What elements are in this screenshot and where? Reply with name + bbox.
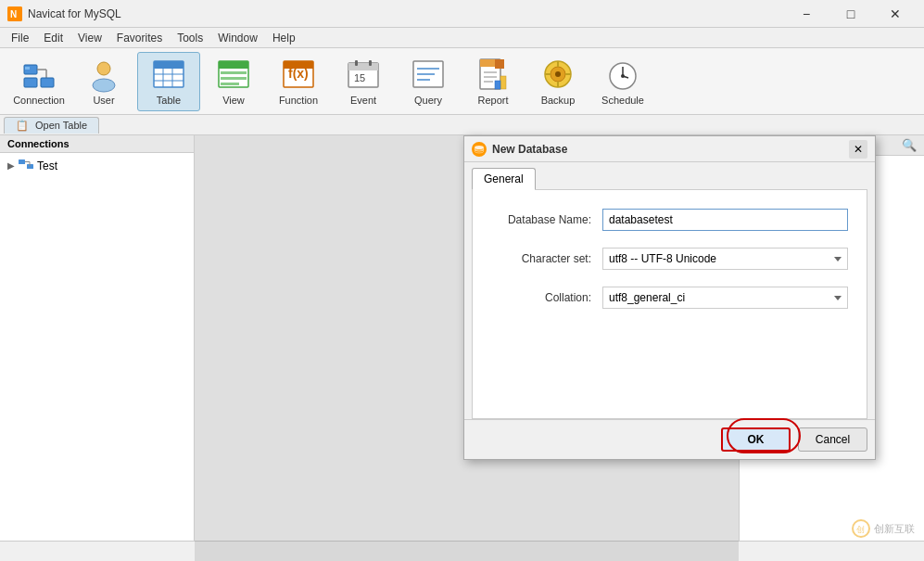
sidebar-header: Connections (0, 135, 194, 153)
svg-rect-28 (369, 60, 372, 66)
svg-text:创: 创 (856, 525, 865, 534)
connection-icon (22, 57, 56, 91)
modal-close-button[interactable]: ✕ (849, 140, 867, 159)
ok-button[interactable]: OK (721, 427, 791, 452)
form-row-charset: Character set: utf8 -- UTF-8 Unicode lat… (491, 248, 848, 270)
toolbar-function-label: Function (279, 95, 318, 106)
collation-select[interactable]: utf8_general_ci utf8_bin utf8_unicode_ci (602, 287, 848, 309)
svg-rect-18 (219, 61, 248, 69)
modal-body: Database Name: Character set: utf8 -- UT… (472, 189, 867, 419)
svg-point-52 (621, 74, 625, 78)
svg-rect-20 (221, 77, 247, 80)
charset-select[interactable]: utf8 -- UTF-8 Unicode latin1 utf16 (602, 248, 848, 270)
charset-label: Character set: (491, 252, 602, 265)
svg-rect-41 (495, 81, 500, 89)
watermark: 创 创新互联 (852, 519, 915, 538)
table-small-icon: 📋 (16, 120, 29, 131)
toolbar-schedule-label: Schedule (601, 95, 644, 106)
modal-tabs: General (464, 162, 875, 189)
toolbar-event[interactable]: 15 Event (332, 52, 395, 111)
modal-overlay: New Database ✕ General Data (195, 135, 739, 561)
menu-help[interactable]: Help (265, 30, 303, 46)
backup-icon (541, 57, 575, 91)
menu-view[interactable]: View (70, 30, 109, 46)
form-spacer (491, 325, 848, 400)
menu-edit[interactable]: Edit (36, 30, 70, 46)
minimize-button[interactable]: − (785, 0, 828, 28)
table-icon (152, 57, 185, 91)
app-title: Navicat for MySQL (28, 7, 121, 20)
svg-text:15: 15 (354, 72, 365, 83)
toolbar-backup[interactable]: Backup (526, 52, 589, 111)
user-icon (87, 57, 120, 91)
toolbar-connection[interactable]: Connection (7, 52, 70, 111)
toolbar-function[interactable]: f(x) Function (267, 52, 330, 111)
svg-point-10 (93, 79, 115, 92)
svg-rect-27 (355, 60, 358, 66)
toolbar-table-label: Table (157, 95, 181, 106)
svg-rect-19 (221, 71, 247, 74)
close-button[interactable]: ✕ (874, 0, 917, 28)
form-row-collation: Collation: utf8_general_ci utf8_bin utf8… (491, 287, 848, 309)
svg-rect-21 (221, 83, 239, 85)
modal-title-left: New Database (472, 142, 567, 157)
toolbar-query[interactable]: Query (397, 52, 460, 111)
tab-bar: 📋 Open Table (0, 115, 924, 135)
title-bar: N Navicat for MySQL − □ ✕ (0, 0, 924, 28)
modal-footer: OK Cancel (464, 419, 875, 459)
tab-open-table[interactable]: 📋 Open Table (4, 117, 99, 134)
sidebar-item-test[interactable]: ▶ Test (0, 153, 194, 178)
toolbar-report-label: Report (477, 95, 508, 106)
menu-file[interactable]: File (4, 30, 36, 46)
toolbar-view-label: View (222, 95, 245, 106)
connection-icon-small (19, 157, 33, 174)
query-icon (411, 57, 445, 91)
maximize-button[interactable]: □ (829, 0, 872, 28)
svg-rect-40 (500, 76, 506, 89)
toolbar-table[interactable]: Table (137, 52, 200, 111)
modal-db-icon (472, 142, 487, 157)
sidebar: Connections ▶ Test (0, 135, 195, 561)
toolbar-report[interactable]: Report (462, 52, 525, 111)
svg-rect-36 (495, 59, 504, 69)
toolbar-event-label: Event (350, 95, 376, 106)
app-icon: N (7, 6, 22, 21)
search-icon[interactable]: 🔍 (902, 138, 917, 152)
svg-rect-12 (154, 61, 184, 69)
menu-bar: File Edit View Favorites Tools Window He… (0, 28, 924, 48)
svg-rect-8 (41, 78, 54, 87)
function-icon: f(x) (282, 57, 315, 91)
dbname-input[interactable] (602, 209, 848, 231)
main-area: Connections ▶ Test (0, 135, 924, 561)
title-bar-controls: − □ ✕ (785, 0, 917, 28)
expand-icon: ▶ (7, 160, 15, 171)
toolbar-schedule[interactable]: Schedule (591, 52, 654, 111)
menu-tools[interactable]: Tools (170, 30, 210, 46)
event-icon: 15 (347, 57, 380, 91)
svg-text:N: N (10, 9, 17, 19)
view-icon (217, 57, 250, 91)
content-area: New Database ✕ General Data (195, 135, 739, 561)
svg-text:f(x): f(x) (288, 66, 309, 81)
report-icon (476, 57, 510, 91)
svg-rect-3 (25, 67, 30, 70)
toolbar: Connection User Table (0, 48, 924, 115)
sidebar-test-label: Test (37, 159, 57, 172)
svg-point-9 (97, 62, 110, 75)
svg-rect-26 (348, 63, 378, 70)
toolbar-view[interactable]: View (202, 52, 265, 111)
schedule-icon (606, 57, 639, 91)
modal-tab-general[interactable]: General (472, 168, 536, 190)
cancel-button[interactable]: Cancel (798, 427, 867, 452)
modal-title-bar: New Database ✕ (464, 136, 875, 162)
title-bar-left: N Navicat for MySQL (7, 6, 121, 21)
toolbar-connection-label: Connection (13, 95, 65, 106)
new-database-modal: New Database ✕ General Data (463, 135, 876, 460)
form-row-dbname: Database Name: (491, 209, 848, 231)
toolbar-user[interactable]: User (72, 52, 135, 111)
modal-title-text: New Database (492, 143, 567, 156)
menu-window[interactable]: Window (210, 30, 265, 46)
menu-favorites[interactable]: Favorites (109, 30, 170, 46)
dbname-label: Database Name: (491, 213, 602, 226)
toolbar-query-label: Query (414, 95, 442, 106)
